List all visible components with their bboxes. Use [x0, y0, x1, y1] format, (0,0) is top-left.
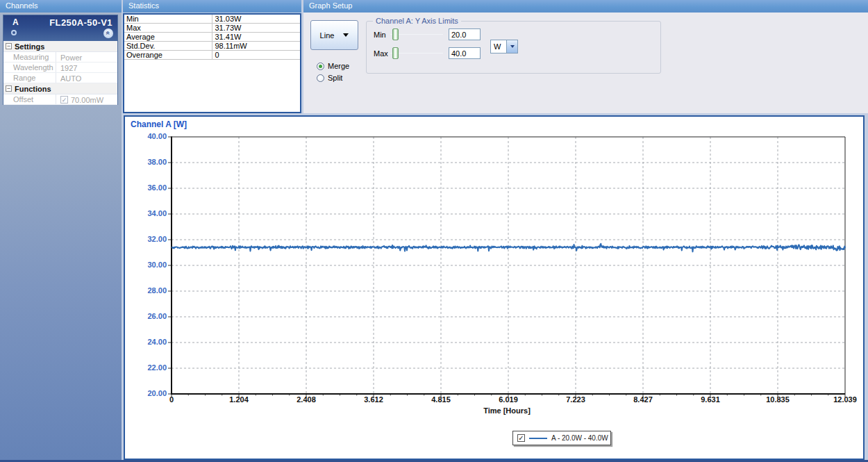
y-tick-label: 30.00 [135, 261, 167, 269]
graph-setup-panel: Graph Setup Line Channel A: Y Axis Limit… [303, 0, 868, 113]
stat-row: Overrange0 [124, 51, 300, 60]
property-value: Power [56, 52, 82, 62]
merge-radio[interactable] [317, 63, 324, 70]
section-header[interactable]: −Settings [3, 41, 117, 52]
legend-checkbox[interactable]: ✓ [517, 434, 525, 442]
split-radio-row[interactable]: Split [317, 74, 342, 82]
property-label: Wavelength [3, 63, 56, 72]
x-tick-label: 12.039 [833, 395, 857, 404]
dropdown-arrow-icon [343, 33, 349, 37]
y-tick-label: 24.00 [135, 338, 167, 346]
y-tick-label: 28.00 [135, 286, 167, 295]
unit-dropdown-button[interactable] [506, 40, 517, 53]
y-axis-limits-group: Channel A: Y Axis Limits Min Max W [366, 21, 661, 74]
y-tick-label: 36.00 [135, 183, 167, 192]
stat-value: 0 [212, 51, 219, 59]
channels-panel: Channels A FL250A-50-V1 « −SettingsMeasu… [0, 0, 122, 460]
property-label: Offset [3, 94, 56, 104]
y-tick-label: 20.00 [135, 389, 167, 397]
channel-id: A [12, 17, 19, 27]
stat-label: Std.Dev. [124, 42, 212, 50]
stat-row: Min31.03W [124, 15, 300, 24]
graph-type-label: Line [320, 31, 335, 40]
property-row: MeasuringPower [3, 52, 117, 63]
property-value-text: AUTO [60, 74, 81, 83]
stat-value: 31.41W [212, 33, 242, 41]
section-title: Settings [15, 42, 44, 51]
property-row: RangeAUTO [3, 73, 117, 83]
y-axis-limits-title: Channel A: Y Axis Limits [373, 17, 461, 25]
stat-value: 31.03W [212, 15, 242, 23]
chart-legend[interactable]: ✓A - 20.0W - 40.0W [512, 431, 611, 445]
x-tick-label: 2.408 [297, 395, 316, 404]
x-tick-label: 3.612 [364, 395, 383, 404]
stat-label: Average [124, 33, 212, 41]
split-radio-label: Split [328, 74, 342, 82]
chart-title: Channel A [W] [131, 119, 187, 129]
max-label: Max [374, 49, 388, 58]
stat-label: Overrange [124, 51, 212, 59]
collapse-section-icon[interactable]: − [6, 43, 12, 49]
chevron-up-icon: « [104, 31, 113, 35]
min-slider-thumb[interactable] [392, 28, 399, 40]
min-value-input[interactable] [449, 28, 481, 40]
x-tick-label: 9.631 [701, 395, 720, 404]
y-tick-label: 22.00 [135, 363, 167, 372]
max-slider-thumb[interactable] [392, 47, 399, 59]
offset-checkbox[interactable]: ✓ [60, 96, 68, 104]
property-value: AUTO [56, 73, 81, 83]
channel-property-grid: −SettingsMeasuringPowerWavelength1927Ran… [3, 41, 117, 105]
property-value-text: 70.00mW [71, 96, 103, 104]
y-tick-label: 26.00 [135, 312, 167, 320]
unit-dropdown[interactable]: W [490, 40, 518, 53]
y-tick-label: 34.00 [135, 209, 167, 217]
property-value-text: 1927 [60, 64, 77, 72]
statistics-panel-header: Statistics [123, 0, 301, 13]
graph-setup-body: Line Channel A: Y Axis Limits Min Max W [303, 13, 868, 113]
y-tick-label: 38.00 [135, 158, 167, 166]
min-label: Min [374, 31, 386, 39]
statistics-panel: Statistics Min31.03WMax31.73WAverage31.4… [123, 0, 301, 113]
graph-setup-panel-header: Graph Setup [303, 0, 868, 13]
stat-label: Min [124, 15, 212, 23]
x-tick-label: 10.835 [766, 395, 790, 404]
merge-radio-row[interactable]: Merge [317, 62, 349, 70]
merge-radio-label: Merge [328, 62, 349, 70]
channel-card[interactable]: A FL250A-50-V1 « −SettingsMeasuringPower… [3, 15, 118, 105]
x-tick-label: 8.427 [633, 395, 653, 404]
section-header[interactable]: −Functions [3, 83, 117, 94]
chart-panel: Channel A [W] 40.0038.0036.0034.0032.003… [124, 115, 865, 460]
channels-panel-header: Channels [0, 0, 122, 13]
legend-label: A - 20.0W - 40.0W [551, 434, 608, 442]
property-value: 1927 [56, 63, 77, 72]
x-tick-label: 0 [169, 395, 174, 404]
property-value: ✓70.00mW [56, 94, 103, 104]
collapse-section-icon[interactable]: − [6, 85, 12, 92]
section-title: Functions [15, 85, 51, 93]
x-axis-title: Time [Hours] [483, 406, 531, 415]
split-radio[interactable] [317, 74, 324, 82]
collapse-channel-button[interactable]: « [103, 28, 113, 38]
max-slider[interactable] [390, 47, 443, 59]
max-value-input[interactable] [449, 47, 481, 59]
property-value-text: Power [60, 53, 82, 62]
stat-label: Max [124, 24, 212, 32]
stat-value: 31.73W [212, 24, 242, 32]
stat-row: Average31.41W [124, 33, 300, 42]
channel-status-icon [11, 30, 17, 35]
x-tick-label: 4.815 [431, 395, 451, 404]
stat-row: Std.Dev.98.11mW [124, 42, 300, 51]
stat-row: Max31.73W [124, 24, 300, 33]
min-slider[interactable] [390, 28, 443, 40]
dropdown-arrow-icon [510, 45, 515, 48]
y-tick-label: 40.00 [135, 132, 167, 140]
y-tick-label: 32.00 [135, 235, 167, 243]
legend-line-sample [529, 438, 547, 439]
x-tick-label: 6.019 [499, 395, 518, 404]
stat-value: 98.11mW [212, 42, 247, 50]
property-label: Range [3, 73, 56, 83]
property-row: Wavelength1927 [3, 63, 117, 73]
plot-area[interactable] [166, 135, 848, 402]
graph-type-dropdown[interactable]: Line [310, 20, 358, 50]
x-tick-label: 1.204 [229, 395, 249, 404]
